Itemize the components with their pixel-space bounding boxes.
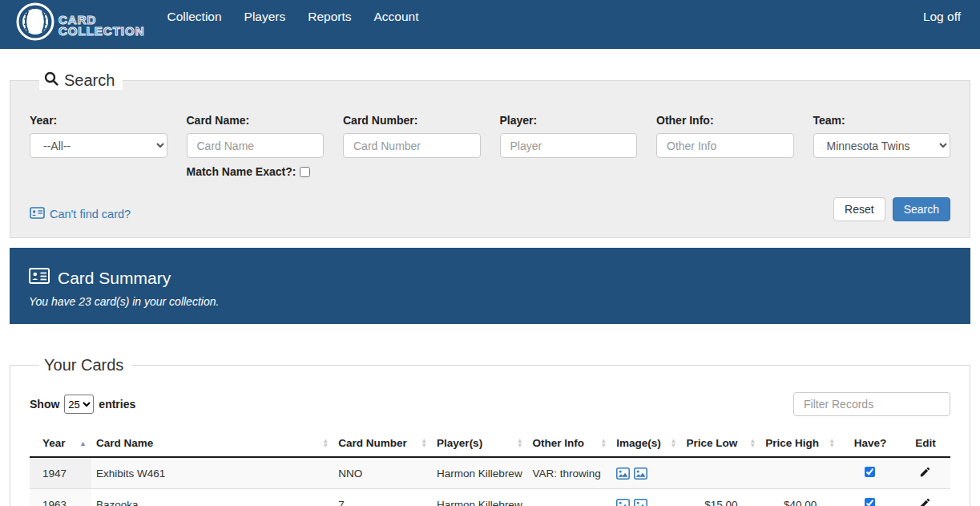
- card-name-input[interactable]: [187, 133, 325, 158]
- card-name-label: Card Name:: [187, 114, 325, 127]
- sort-both-icon: ▲▼: [322, 439, 329, 448]
- nav-item-account[interactable]: Account: [363, 10, 430, 24]
- card-number-input[interactable]: [343, 133, 481, 158]
- entries-per-page-select[interactable]: 25: [64, 395, 94, 414]
- have-checkbox[interactable]: [865, 498, 875, 506]
- edit-pencil-button[interactable]: [919, 466, 931, 478]
- image-icon: [634, 468, 647, 480]
- sort-both-icon: ▲▼: [421, 439, 427, 448]
- team-select[interactable]: Minnesota Twins: [813, 133, 951, 158]
- cell-players: Harmon Killebrew: [432, 457, 527, 489]
- sort-both-icon: ▲▼: [671, 439, 677, 448]
- match-name-exact-label: Match Name Exact?:: [187, 165, 296, 178]
- card-summary-title-row: Card Summary: [29, 268, 951, 288]
- cell-card-number: NNO: [333, 457, 432, 489]
- cell-other-info: VAR: throwing: [528, 457, 612, 489]
- sort-both-icon: ▲▼: [600, 439, 607, 448]
- cant-find-card-link[interactable]: Can't find card?: [30, 207, 131, 221]
- nav-menu: CollectionPlayersReportsAccount: [156, 10, 430, 24]
- image-icon: [634, 499, 647, 506]
- column-header-card-name[interactable]: Card Name▲▼: [91, 431, 333, 457]
- column-header-label: Image(s): [616, 437, 661, 449]
- card-number-field-group: Card Number:: [343, 114, 481, 178]
- have-checkbox[interactable]: [865, 467, 875, 477]
- column-header-have: Have?: [840, 431, 901, 457]
- app-logo[interactable]: CARD COLLECTION: [16, 2, 145, 43]
- column-header-year[interactable]: Year▲: [30, 431, 91, 457]
- player-input[interactable]: [500, 133, 638, 158]
- reset-button[interactable]: Reset: [833, 197, 885, 221]
- other-info-label: Other Info:: [656, 114, 794, 127]
- column-header-other-info[interactable]: Other Info▲▼: [528, 431, 612, 457]
- team-field-group: Team: Minnesota Twins: [813, 114, 951, 178]
- search-actions: Can't find card? Reset Search: [30, 197, 950, 221]
- column-header-edit: Edit: [901, 431, 950, 457]
- column-header-image-s[interactable]: Image(s)▲▼: [611, 431, 681, 457]
- show-label: Show: [30, 398, 59, 411]
- nav-item-reports[interactable]: Reports: [296, 10, 362, 24]
- navbar: CARD COLLECTION CollectionPlayersReports…: [0, 0, 980, 49]
- sort-both-icon: ▲▼: [829, 439, 835, 448]
- column-header-label: Price Low: [686, 437, 737, 449]
- cell-year: 1947: [30, 457, 91, 489]
- column-header-price-low[interactable]: Price Low▲▼: [681, 431, 760, 457]
- team-label: Team:: [813, 114, 951, 127]
- player-label: Player:: [500, 114, 638, 127]
- cell-have: [840, 489, 901, 506]
- column-header-label: Have?: [854, 437, 887, 449]
- search-legend-label: Search: [64, 71, 115, 90]
- cell-images: [611, 457, 681, 489]
- nav-item-players[interactable]: Players: [233, 10, 297, 24]
- cards-table: Year▲Card Name▲▼Card Number▲▼Player(s)▲▼…: [30, 431, 950, 506]
- cell-images: [611, 489, 681, 506]
- cards-table-header-row: Year▲Card Name▲▼Card Number▲▼Player(s)▲▼…: [30, 431, 950, 457]
- other-info-input[interactable]: [656, 133, 794, 158]
- logo-line2: COLLECTION: [58, 26, 145, 37]
- nav-item-collection[interactable]: Collection: [156, 10, 233, 24]
- cell-players: Harmon Killebrew: [432, 489, 527, 506]
- year-field-group: Year: --All--: [30, 114, 167, 178]
- search-button[interactable]: Search: [893, 197, 950, 221]
- year-select[interactable]: --All--: [30, 133, 167, 158]
- sort-both-icon: ▲▼: [749, 439, 756, 448]
- column-header-label: Other Info: [533, 437, 585, 449]
- sort-both-icon: ▲▼: [517, 439, 523, 448]
- column-header-label: Card Name: [96, 437, 153, 449]
- search-icon: [44, 71, 58, 90]
- column-header-label: Card Number: [338, 437, 407, 449]
- entries-label: entries: [99, 398, 135, 411]
- image-thumbnails[interactable]: [616, 499, 676, 506]
- match-name-exact-checkbox[interactable]: [300, 167, 310, 177]
- edit-pencil-button[interactable]: [919, 497, 931, 506]
- cell-price-low: $15.00: [681, 489, 760, 506]
- your-cards-section: Your Cards Show 25 entries Year▲Card Nam…: [10, 356, 970, 506]
- column-header-player-s[interactable]: Player(s)▲▼: [432, 431, 527, 457]
- cell-year: 1963: [30, 489, 91, 506]
- image-thumbnails[interactable]: [616, 468, 676, 480]
- card-summary-count-text: You have 23 card(s) in your collection.: [29, 295, 951, 308]
- card-summary-title: Card Summary: [58, 269, 171, 288]
- column-header-label: Player(s): [437, 437, 482, 449]
- cell-card-number: 7: [333, 489, 432, 506]
- table-controls: Show 25 entries: [30, 392, 950, 416]
- column-header-label: Edit: [915, 437, 936, 449]
- your-cards-legend: Your Cards: [39, 356, 131, 374]
- other-info-field-group: Other Info:: [656, 114, 794, 178]
- table-row: 1947 Exhibits W461 NNO Harmon Killebrew …: [30, 457, 950, 489]
- column-header-card-number[interactable]: Card Number▲▼: [333, 431, 432, 457]
- card-number-label: Card Number:: [343, 114, 481, 127]
- column-header-label: Price High: [765, 437, 819, 449]
- year-label: Year:: [30, 114, 167, 127]
- filter-records-input[interactable]: [793, 392, 950, 416]
- cell-edit: [901, 489, 950, 506]
- column-header-price-high[interactable]: Price High▲▼: [760, 431, 840, 457]
- search-fields: Year: --All-- Card Name: Match Name Exac…: [30, 114, 950, 178]
- cant-find-card-label: Can't find card?: [50, 208, 131, 221]
- logo-wordmark: CARD COLLECTION: [58, 14, 145, 37]
- id-card-icon: [30, 207, 45, 221]
- image-icon: [616, 468, 630, 480]
- cell-price-high: $40.00: [760, 489, 840, 506]
- search-section: Search Year: --All-- Card Name: Match Na…: [10, 71, 970, 238]
- match-name-exact-group: Match Name Exact?:: [187, 165, 325, 178]
- log-off-link[interactable]: Log off: [923, 10, 961, 24]
